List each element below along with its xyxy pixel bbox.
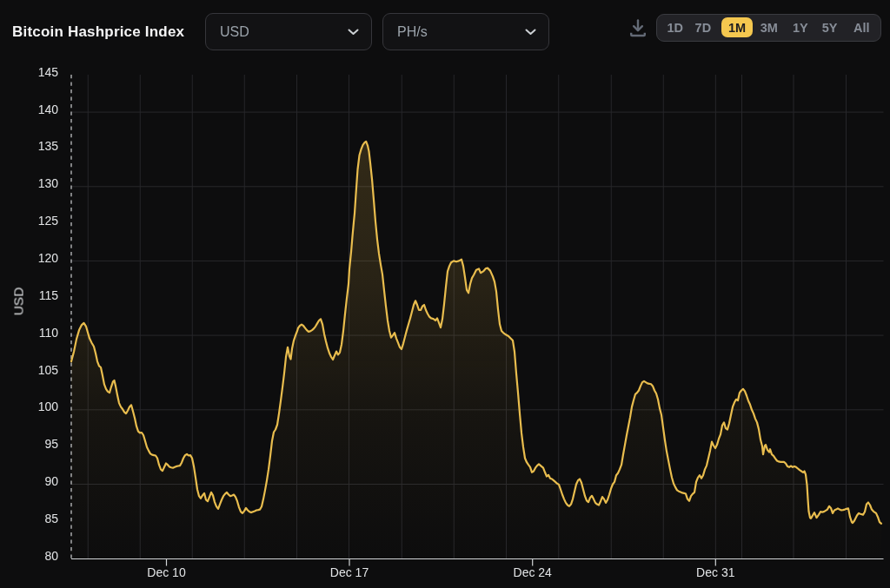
svg-text:95: 95 [44,437,58,451]
svg-text:Dec 31: Dec 31 [696,565,735,579]
svg-text:130: 130 [38,176,59,190]
svg-text:110: 110 [39,326,59,340]
svg-text:100: 100 [38,400,59,413]
svg-text:85: 85 [44,512,58,525]
svg-text:120: 120 [38,251,59,265]
svg-text:Dec 10: Dec 10 [147,565,186,579]
svg-text:140: 140 [38,102,59,116]
svg-text:135: 135 [38,139,59,153]
svg-text:80: 80 [44,549,58,563]
svg-text:Dec 24: Dec 24 [514,565,553,579]
svg-text:105: 105 [38,363,59,377]
svg-text:125: 125 [38,214,59,228]
svg-text:145: 145 [38,65,59,79]
svg-text:115: 115 [39,288,59,302]
svg-text:90: 90 [44,474,58,488]
svg-text:Dec 17: Dec 17 [330,565,369,579]
